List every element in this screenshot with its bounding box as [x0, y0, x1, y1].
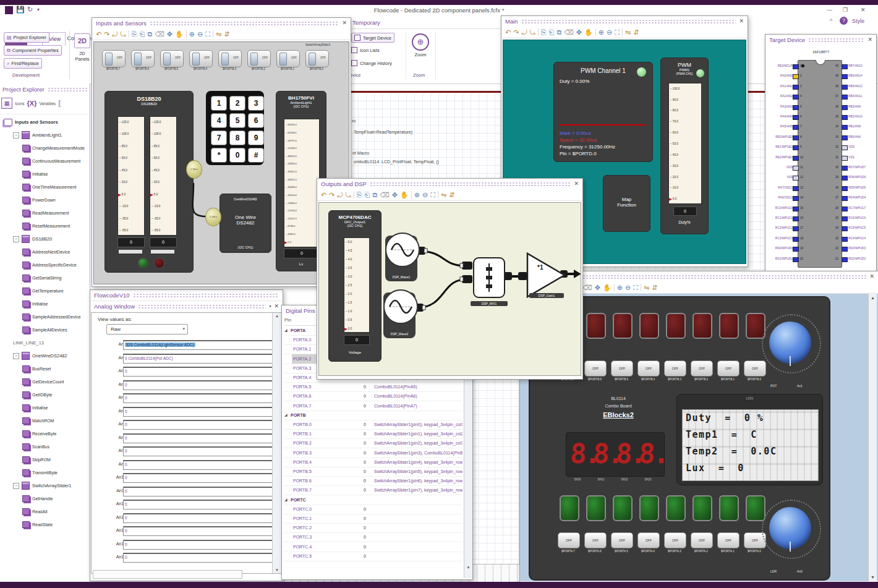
expander-icon[interactable]: −	[13, 132, 19, 138]
outputs-panel-2d[interactable]: MCP4706DAC DAC_Output1 (I2C CH1) – 5.0– …	[318, 202, 581, 376]
variables-tab-icon[interactable]: {X}	[27, 100, 37, 107]
close-icon[interactable]: ✕	[869, 274, 874, 279]
pin-pad[interactable]	[842, 105, 848, 110]
flip-h-icon[interactable]: ⇋	[441, 191, 446, 198]
restore-icon[interactable]: ❐	[843, 7, 848, 13]
pin-row[interactable]: PORTB.60SwitchArraySlider1(pin6), keypad…	[284, 476, 462, 486]
grab-icon[interactable]: ✋	[584, 28, 593, 36]
port-switch[interactable]: OFF	[131, 50, 155, 67]
pin-pad[interactable]	[842, 186, 848, 191]
pin-pad[interactable]	[793, 85, 799, 90]
pin-row[interactable]: PORTB.00SwitchArraySlider1(pin0), keypad…	[284, 420, 462, 430]
view-values-dropdown[interactable]: Raw ▾	[106, 324, 188, 334]
switch-handle[interactable]	[221, 53, 229, 66]
analog-value-field[interactable]: 0	[123, 393, 273, 403]
undo-icon[interactable]: ↶	[505, 28, 511, 36]
pin-pad[interactable]	[842, 95, 848, 100]
porta-switch-button[interactable]: OFF	[691, 532, 713, 548]
dac-scale[interactable]: – 5.0– 4.5– 4.0– 3.5– 3.0– 2.5– 2.0– 1.5…	[344, 237, 370, 333]
pin-pad[interactable]	[842, 226, 848, 231]
delete-icon[interactable]: ⌫	[582, 284, 592, 291]
inputs-sensors-titlebar[interactable]: Inputs and Sensors ✕	[92, 18, 351, 28]
pan-icon[interactable]: ✥	[167, 30, 173, 38]
close-icon[interactable]: ✕	[861, 7, 866, 13]
analog-value-field[interactable]: 0	[123, 433, 273, 443]
bh1750-scale[interactable]: – 65535.0– 61166.0– 56797.0– 52428.0– 48…	[284, 119, 320, 247]
analog-scrollbar[interactable]: ▲ ▼	[272, 313, 281, 573]
pin-pad[interactable]	[842, 257, 848, 262]
pin-pad[interactable]	[842, 64, 848, 69]
keypad-key-6[interactable]: 6	[248, 113, 264, 128]
port-switch[interactable]: OFF	[276, 50, 300, 67]
tree-item[interactable]: GetIDByte	[0, 388, 90, 401]
redo-all-icon[interactable]: ⤿	[530, 28, 535, 36]
zoom-fit-icon[interactable]: ⛶	[615, 28, 620, 36]
ribbon-button-component-properties[interactable]: ⧉Component Properties	[4, 45, 62, 56]
paste-icon[interactable]: ⎘	[132, 30, 137, 38]
pin-pad[interactable]	[842, 196, 848, 201]
minimize-icon[interactable]: —	[827, 7, 832, 13]
tree-item[interactable]: AddressNextDevice	[0, 245, 90, 258]
copy-icon[interactable]: ⎗	[140, 30, 145, 38]
port-switch[interactable]: OFF	[305, 50, 329, 67]
pin-pad[interactable]	[793, 237, 799, 242]
tree-item[interactable]: Initialise	[0, 297, 90, 310]
red-led-icon[interactable]	[153, 257, 165, 269]
zoom-icon[interactable]: ⊕	[412, 33, 429, 51]
ribbon-check-target-device[interactable]: Target Device	[351, 33, 394, 43]
analog-value-field[interactable]: 0	[123, 420, 273, 430]
pin-pad[interactable]	[793, 135, 799, 140]
expander-icon[interactable]: −	[13, 236, 19, 242]
tree-item[interactable]: ReadMeasurement	[0, 207, 90, 219]
flip-v-icon[interactable]: ⇵	[224, 30, 229, 38]
analog-value-field[interactable]: 0	[123, 526, 273, 536]
minimize-icon[interactable]: ▪	[269, 304, 271, 309]
paste-icon[interactable]: ⎘	[357, 191, 362, 198]
pin-pad[interactable]	[793, 64, 799, 69]
undo-icon[interactable]: ↶	[96, 30, 101, 38]
dsp-wave1-component[interactable]	[385, 232, 420, 267]
tree-item[interactable]: ChangeMeasurementMode	[0, 142, 90, 155]
scroll-down-icon[interactable]: ▼	[869, 575, 877, 579]
ds18b20-component[interactable]: DS18B20 DS18B20 – 125.0– 105.0– 85.0– 65…	[104, 91, 194, 273]
style-button[interactable]: Style	[852, 18, 864, 24]
pin-pad[interactable]	[842, 145, 848, 150]
pin-row[interactable]: PORTB.70SwitchArraySlider1(pin7), keypad…	[284, 485, 462, 495]
port-switch[interactable]: OFF	[160, 50, 184, 67]
pin-pad[interactable]	[793, 74, 799, 79]
pin-row[interactable]: PORTB.20SwitchArraySlider1(pin2), keypad…	[284, 438, 462, 448]
tree-item[interactable]: ResetMeasurement	[0, 219, 90, 232]
copy-icon[interactable]: ⎗	[365, 191, 370, 198]
redo-icon[interactable]: ↷	[329, 191, 335, 198]
porta-switch-button[interactable]: OFF	[558, 532, 580, 548]
grab-icon[interactable]: ✋	[175, 30, 184, 38]
portb-switch-button[interactable]: OFF	[717, 360, 739, 377]
pin-pad[interactable]	[842, 237, 848, 242]
pin-pad[interactable]	[793, 207, 799, 211]
analog-value-field[interactable]: 0	[123, 367, 273, 377]
duplicate-icon[interactable]: ⧉	[372, 191, 377, 198]
close-icon[interactable]: ✕	[574, 181, 579, 187]
analog-value-field[interactable]: 0	[123, 500, 273, 509]
portb-switch-button[interactable]: OFF	[691, 360, 713, 377]
keypad-key-hash[interactable]: #	[248, 148, 264, 163]
zoom-out-icon[interactable]: ⊖	[422, 191, 428, 198]
keypad-key-0[interactable]: 0	[229, 148, 245, 163]
analog-value-field[interactable]: 0	[123, 513, 273, 523]
ribbon-button-find-replace[interactable]: ⌕Find/Replace	[4, 58, 42, 69]
pin-pad[interactable]	[842, 135, 848, 140]
scroll-up-icon[interactable]: ▲	[869, 296, 877, 300]
portb-switch-button[interactable]: OFF	[584, 360, 607, 377]
macros-tab-icon[interactable]: ⟦	[58, 100, 61, 108]
port-switch[interactable]: OFF	[102, 50, 126, 67]
port-group-row[interactable]: ◢PORTB	[284, 411, 462, 420]
analog-value-field[interactable]: 0	[123, 460, 273, 470]
zoom-out-icon[interactable]: ⊖	[607, 28, 612, 36]
keypad-key-1[interactable]: 1	[211, 96, 227, 111]
pin-row[interactable]: PORTB.40SwitchArraySlider1(pin4), keypad…	[284, 458, 462, 467]
pin-pad[interactable]	[842, 125, 848, 130]
pin-pad[interactable]	[842, 216, 848, 221]
zoom-in-icon[interactable]: ⊕	[189, 30, 195, 38]
tree-item[interactable]: GetTemperature	[0, 284, 90, 297]
tree-item[interactable]: ScanBus	[0, 440, 90, 453]
